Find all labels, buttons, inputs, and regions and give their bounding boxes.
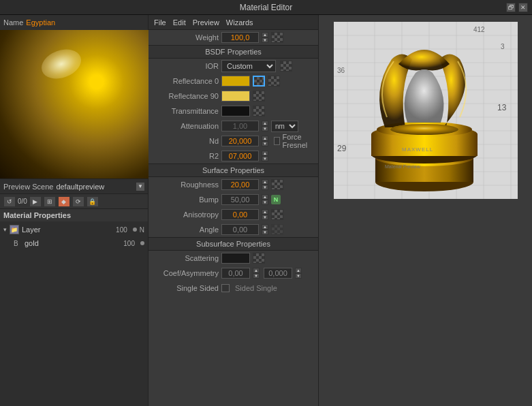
coef-label: Coef/Asymmetry — [154, 269, 219, 277]
roughness-input[interactable] — [221, 179, 259, 190]
nd-spin-up[interactable]: ▲ — [262, 136, 268, 141]
toolbar-btn-lock[interactable]: 🔒 — [87, 196, 99, 207]
roughness-row: Roughness ▲ ▼ — [148, 177, 318, 192]
coef-spin-up[interactable]: ▲ — [253, 268, 260, 273]
attenuation-spin-up[interactable]: ▲ — [262, 121, 268, 126]
bsdf-val: 100 — [123, 240, 135, 247]
toolbar-btn-refresh[interactable]: ↺ — [3, 196, 16, 207]
transmittance-row: Transmittance — [148, 104, 318, 119]
svg-point-33 — [390, 124, 458, 135]
weight-texture[interactable] — [271, 32, 283, 43]
roughness-label: Roughness — [154, 181, 219, 189]
tree-item-layer[interactable]: ▾ 📁 Layer 100 N — [0, 223, 148, 236]
close-button[interactable]: ✕ — [518, 3, 528, 12]
ior-dropdown[interactable]: Custom Conductor Dielectric — [221, 60, 276, 72]
attenuation-input[interactable] — [221, 121, 259, 131]
toolbar-btn-loop[interactable]: ⟳ — [72, 196, 84, 207]
attenuation-spinner[interactable]: ▲ ▼ — [262, 121, 268, 131]
bsdf-dot — [140, 241, 144, 245]
nd-row: Nd ▲ ▼ Force Fresnel — [148, 134, 318, 149]
coef-row: Coef/Asymmetry ▲ ▼ ▲ ▼ — [148, 266, 318, 281]
angle-spin-down[interactable]: ▼ — [262, 230, 268, 235]
asym-input[interactable] — [264, 268, 292, 279]
menu-preview[interactable]: Preview — [193, 18, 219, 27]
toolbar-btn-color[interactable]: ◆ — [58, 196, 70, 207]
angle-texture[interactable] — [271, 224, 283, 235]
coef-input[interactable] — [221, 268, 250, 279]
scattering-color[interactable] — [221, 253, 250, 264]
nd-spinner[interactable]: ▲ ▼ — [262, 136, 268, 146]
weight-spin-down[interactable]: ▼ — [262, 37, 268, 43]
reflectance0-texture[interactable] — [268, 76, 280, 87]
angle-input[interactable] — [221, 224, 259, 235]
r2-spinner[interactable]: ▲ ▼ — [262, 151, 268, 161]
anisotropy-texture[interactable] — [271, 209, 283, 220]
reflectance0-row: Reflectance 0 — [148, 74, 318, 89]
force-fresnel-checkbox[interactable] — [274, 137, 280, 145]
anisotropy-spin-up[interactable]: ▲ — [262, 209, 268, 215]
bump-input[interactable] — [221, 194, 259, 205]
restore-button[interactable]: 🗗 — [506, 3, 516, 12]
anisotropy-input[interactable] — [221, 209, 259, 220]
nd-input[interactable] — [221, 136, 259, 146]
r2-input[interactable] — [221, 151, 259, 161]
bump-spinner[interactable]: ▲ ▼ — [262, 194, 268, 205]
r2-spin-down[interactable]: ▼ — [262, 156, 268, 161]
roughness-spinner[interactable]: ▲ ▼ — [262, 179, 268, 190]
toolbar-btn-grid[interactable]: ⊞ — [44, 196, 56, 207]
weight-input[interactable] — [221, 32, 259, 43]
single-sided-row: Single Sided Sided Single — [148, 281, 318, 296]
coef-spinner[interactable]: ▲ ▼ — [253, 268, 260, 279]
roughness-spin-down[interactable]: ▼ — [262, 185, 268, 190]
menu-wizards[interactable]: Wizards — [226, 18, 253, 27]
title-bar-text: Material Editor — [240, 3, 292, 12]
asym-spin-down[interactable]: ▼ — [295, 273, 302, 279]
bsdf-section-header: BSDF Properties — [148, 45, 318, 59]
asym-spin-up[interactable]: ▲ — [295, 268, 302, 273]
roughness-texture[interactable] — [271, 179, 283, 190]
reflectance90-texture[interactable] — [253, 91, 265, 102]
coef-spin-down[interactable]: ▼ — [253, 273, 260, 279]
anisotropy-spin-down[interactable]: ▼ — [262, 215, 268, 220]
ior-texture[interactable] — [280, 61, 292, 72]
bump-n-badge[interactable]: N — [271, 195, 281, 204]
anisotropy-spinner[interactable]: ▲ ▼ — [262, 209, 268, 220]
transmittance-texture[interactable] — [253, 106, 265, 116]
layer-n: N — [140, 226, 144, 234]
single-sided-checkbox[interactable] — [221, 284, 230, 292]
preview-scene-dropdown[interactable]: ▼ — [136, 183, 144, 191]
sided-single-text: Sided Single — [235, 284, 277, 292]
tree-item-bsdf[interactable]: B gold 100 — [0, 236, 148, 250]
toolbar-btn-play[interactable]: ▶ — [29, 196, 42, 207]
r2-label: R2 — [154, 152, 219, 160]
properties-panel: File Edit Preview Wizards Weight ▲ ▼ BSD… — [148, 15, 319, 406]
roughness-spin-up[interactable]: ▲ — [262, 179, 268, 185]
angle-spin-up[interactable]: ▲ — [262, 224, 268, 230]
attenuation-spin-down[interactable]: ▼ — [262, 126, 268, 131]
reflectance0-color[interactable] — [221, 76, 250, 87]
single-sided-label: Single Sided — [154, 284, 219, 292]
menu-edit[interactable]: Edit — [173, 18, 186, 27]
force-fresnel-label: Force Fresnel — [283, 133, 313, 149]
name-value[interactable]: Egyptian — [26, 18, 55, 27]
weight-spin-up[interactable]: ▲ — [262, 32, 268, 37]
reflectance0-texture-sel[interactable] — [253, 76, 265, 87]
scattering-row: Scattering — [148, 251, 318, 266]
attenuation-unit[interactable]: nm μm mm — [271, 121, 298, 132]
bump-spin-up[interactable]: ▲ — [262, 194, 268, 200]
angle-spinner[interactable]: ▲ ▼ — [262, 224, 268, 235]
scattering-texture[interactable] — [253, 253, 265, 264]
asym-spinner[interactable]: ▲ ▼ — [295, 268, 302, 279]
menu-bar: File Edit Preview Wizards — [148, 15, 318, 30]
toolbar-count: 0/0 — [18, 198, 27, 205]
menu-file[interactable]: File — [154, 18, 166, 27]
bump-spin-down[interactable]: ▼ — [262, 200, 268, 205]
subsurface-section-header: Subsurface Properties — [148, 237, 318, 251]
layer-dot — [133, 228, 137, 232]
nd-spin-down[interactable]: ▼ — [262, 141, 268, 146]
transmittance-color[interactable] — [221, 106, 250, 116]
weight-spinner[interactable]: ▲ ▼ — [262, 32, 268, 43]
r2-spin-up[interactable]: ▲ — [262, 151, 268, 156]
maxwell-preview-panel: 412 3 36 13 29 — [319, 15, 532, 406]
reflectance90-color[interactable] — [221, 91, 250, 102]
